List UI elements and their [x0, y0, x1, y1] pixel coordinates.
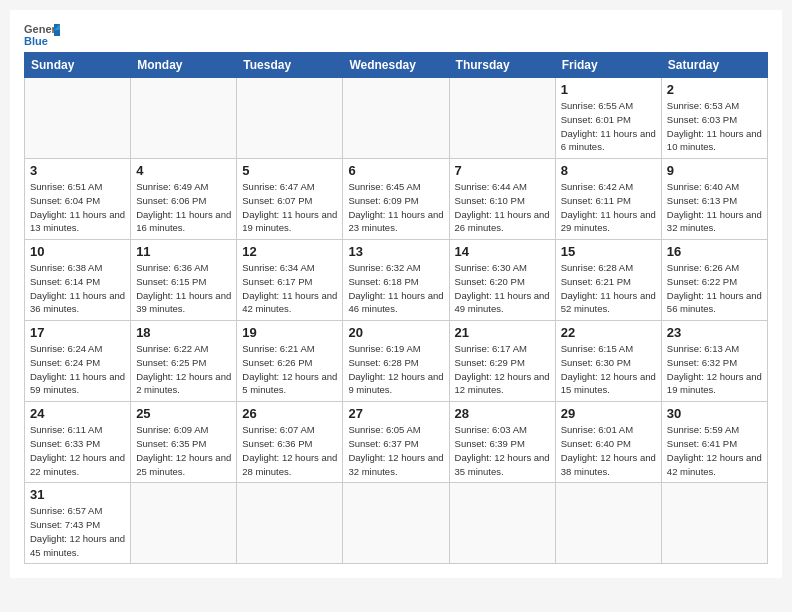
- calendar-cell: 1Sunrise: 6:55 AM Sunset: 6:01 PM Daylig…: [555, 78, 661, 159]
- calendar-week-3: 17Sunrise: 6:24 AM Sunset: 6:24 PM Dayli…: [25, 321, 768, 402]
- calendar-page: General Blue SundayMondayTuesdayWednesda…: [10, 10, 782, 578]
- day-number: 11: [136, 244, 231, 259]
- sun-info: Sunrise: 6:01 AM Sunset: 6:40 PM Dayligh…: [561, 423, 656, 478]
- day-number: 30: [667, 406, 762, 421]
- day-number: 8: [561, 163, 656, 178]
- calendar-cell: [131, 483, 237, 564]
- calendar-cell: 31Sunrise: 6:57 AM Sunset: 7:43 PM Dayli…: [25, 483, 131, 564]
- day-number: 20: [348, 325, 443, 340]
- calendar-cell: [343, 483, 449, 564]
- logo-icon: General Blue: [24, 20, 60, 48]
- calendar-cell: 25Sunrise: 6:09 AM Sunset: 6:35 PM Dayli…: [131, 402, 237, 483]
- day-number: 28: [455, 406, 550, 421]
- weekday-header-wednesday: Wednesday: [343, 53, 449, 78]
- calendar-cell: 14Sunrise: 6:30 AM Sunset: 6:20 PM Dayli…: [449, 240, 555, 321]
- calendar-week-1: 3Sunrise: 6:51 AM Sunset: 6:04 PM Daylig…: [25, 159, 768, 240]
- calendar-cell: 8Sunrise: 6:42 AM Sunset: 6:11 PM Daylig…: [555, 159, 661, 240]
- page-header: General Blue: [24, 20, 768, 48]
- sun-info: Sunrise: 6:57 AM Sunset: 7:43 PM Dayligh…: [30, 504, 125, 559]
- sun-info: Sunrise: 6:40 AM Sunset: 6:13 PM Dayligh…: [667, 180, 762, 235]
- day-number: 2: [667, 82, 762, 97]
- day-number: 14: [455, 244, 550, 259]
- weekday-header-friday: Friday: [555, 53, 661, 78]
- day-number: 13: [348, 244, 443, 259]
- sun-info: Sunrise: 6:44 AM Sunset: 6:10 PM Dayligh…: [455, 180, 550, 235]
- sun-info: Sunrise: 6:21 AM Sunset: 6:26 PM Dayligh…: [242, 342, 337, 397]
- sun-info: Sunrise: 6:26 AM Sunset: 6:22 PM Dayligh…: [667, 261, 762, 316]
- sun-info: Sunrise: 6:47 AM Sunset: 6:07 PM Dayligh…: [242, 180, 337, 235]
- calendar-cell: 2Sunrise: 6:53 AM Sunset: 6:03 PM Daylig…: [661, 78, 767, 159]
- sun-info: Sunrise: 6:09 AM Sunset: 6:35 PM Dayligh…: [136, 423, 231, 478]
- sun-info: Sunrise: 6:05 AM Sunset: 6:37 PM Dayligh…: [348, 423, 443, 478]
- sun-info: Sunrise: 6:32 AM Sunset: 6:18 PM Dayligh…: [348, 261, 443, 316]
- sun-info: Sunrise: 6:11 AM Sunset: 6:33 PM Dayligh…: [30, 423, 125, 478]
- day-number: 10: [30, 244, 125, 259]
- calendar-cell: 22Sunrise: 6:15 AM Sunset: 6:30 PM Dayli…: [555, 321, 661, 402]
- sun-info: Sunrise: 5:59 AM Sunset: 6:41 PM Dayligh…: [667, 423, 762, 478]
- day-number: 4: [136, 163, 231, 178]
- day-number: 9: [667, 163, 762, 178]
- calendar-cell: 11Sunrise: 6:36 AM Sunset: 6:15 PM Dayli…: [131, 240, 237, 321]
- calendar-cell: [449, 483, 555, 564]
- calendar-cell: 26Sunrise: 6:07 AM Sunset: 6:36 PM Dayli…: [237, 402, 343, 483]
- sun-info: Sunrise: 6:19 AM Sunset: 6:28 PM Dayligh…: [348, 342, 443, 397]
- calendar-cell: 17Sunrise: 6:24 AM Sunset: 6:24 PM Dayli…: [25, 321, 131, 402]
- weekday-header-row: SundayMondayTuesdayWednesdayThursdayFrid…: [25, 53, 768, 78]
- calendar-week-0: 1Sunrise: 6:55 AM Sunset: 6:01 PM Daylig…: [25, 78, 768, 159]
- day-number: 17: [30, 325, 125, 340]
- day-number: 16: [667, 244, 762, 259]
- sun-info: Sunrise: 6:17 AM Sunset: 6:29 PM Dayligh…: [455, 342, 550, 397]
- calendar-cell: 20Sunrise: 6:19 AM Sunset: 6:28 PM Dayli…: [343, 321, 449, 402]
- day-number: 7: [455, 163, 550, 178]
- day-number: 22: [561, 325, 656, 340]
- day-number: 27: [348, 406, 443, 421]
- sun-info: Sunrise: 6:49 AM Sunset: 6:06 PM Dayligh…: [136, 180, 231, 235]
- day-number: 26: [242, 406, 337, 421]
- sun-info: Sunrise: 6:34 AM Sunset: 6:17 PM Dayligh…: [242, 261, 337, 316]
- sun-info: Sunrise: 6:07 AM Sunset: 6:36 PM Dayligh…: [242, 423, 337, 478]
- sun-info: Sunrise: 6:38 AM Sunset: 6:14 PM Dayligh…: [30, 261, 125, 316]
- day-number: 18: [136, 325, 231, 340]
- calendar-cell: [131, 78, 237, 159]
- day-number: 31: [30, 487, 125, 502]
- calendar-cell: 13Sunrise: 6:32 AM Sunset: 6:18 PM Dayli…: [343, 240, 449, 321]
- calendar-cell: 15Sunrise: 6:28 AM Sunset: 6:21 PM Dayli…: [555, 240, 661, 321]
- sun-info: Sunrise: 6:53 AM Sunset: 6:03 PM Dayligh…: [667, 99, 762, 154]
- day-number: 19: [242, 325, 337, 340]
- sun-info: Sunrise: 6:15 AM Sunset: 6:30 PM Dayligh…: [561, 342, 656, 397]
- calendar-cell: 9Sunrise: 6:40 AM Sunset: 6:13 PM Daylig…: [661, 159, 767, 240]
- calendar-cell: 6Sunrise: 6:45 AM Sunset: 6:09 PM Daylig…: [343, 159, 449, 240]
- calendar-cell: 30Sunrise: 5:59 AM Sunset: 6:41 PM Dayli…: [661, 402, 767, 483]
- calendar-cell: 28Sunrise: 6:03 AM Sunset: 6:39 PM Dayli…: [449, 402, 555, 483]
- day-number: 24: [30, 406, 125, 421]
- sun-info: Sunrise: 6:24 AM Sunset: 6:24 PM Dayligh…: [30, 342, 125, 397]
- day-number: 1: [561, 82, 656, 97]
- day-number: 6: [348, 163, 443, 178]
- sun-info: Sunrise: 6:22 AM Sunset: 6:25 PM Dayligh…: [136, 342, 231, 397]
- calendar-cell: 18Sunrise: 6:22 AM Sunset: 6:25 PM Dayli…: [131, 321, 237, 402]
- sun-info: Sunrise: 6:30 AM Sunset: 6:20 PM Dayligh…: [455, 261, 550, 316]
- sun-info: Sunrise: 6:28 AM Sunset: 6:21 PM Dayligh…: [561, 261, 656, 316]
- sun-info: Sunrise: 6:42 AM Sunset: 6:11 PM Dayligh…: [561, 180, 656, 235]
- calendar-cell: 27Sunrise: 6:05 AM Sunset: 6:37 PM Dayli…: [343, 402, 449, 483]
- sun-info: Sunrise: 6:13 AM Sunset: 6:32 PM Dayligh…: [667, 342, 762, 397]
- calendar-cell: 4Sunrise: 6:49 AM Sunset: 6:06 PM Daylig…: [131, 159, 237, 240]
- calendar-cell: 29Sunrise: 6:01 AM Sunset: 6:40 PM Dayli…: [555, 402, 661, 483]
- calendar-cell: 3Sunrise: 6:51 AM Sunset: 6:04 PM Daylig…: [25, 159, 131, 240]
- svg-text:Blue: Blue: [24, 35, 48, 47]
- day-number: 23: [667, 325, 762, 340]
- sun-info: Sunrise: 6:51 AM Sunset: 6:04 PM Dayligh…: [30, 180, 125, 235]
- calendar-cell: [237, 78, 343, 159]
- day-number: 12: [242, 244, 337, 259]
- weekday-header-tuesday: Tuesday: [237, 53, 343, 78]
- calendar-cell: [449, 78, 555, 159]
- calendar-week-5: 31Sunrise: 6:57 AM Sunset: 7:43 PM Dayli…: [25, 483, 768, 564]
- calendar-cell: 7Sunrise: 6:44 AM Sunset: 6:10 PM Daylig…: [449, 159, 555, 240]
- day-number: 15: [561, 244, 656, 259]
- day-number: 21: [455, 325, 550, 340]
- sun-info: Sunrise: 6:45 AM Sunset: 6:09 PM Dayligh…: [348, 180, 443, 235]
- day-number: 29: [561, 406, 656, 421]
- calendar-cell: 5Sunrise: 6:47 AM Sunset: 6:07 PM Daylig…: [237, 159, 343, 240]
- calendar-cell: [555, 483, 661, 564]
- calendar-cell: 23Sunrise: 6:13 AM Sunset: 6:32 PM Dayli…: [661, 321, 767, 402]
